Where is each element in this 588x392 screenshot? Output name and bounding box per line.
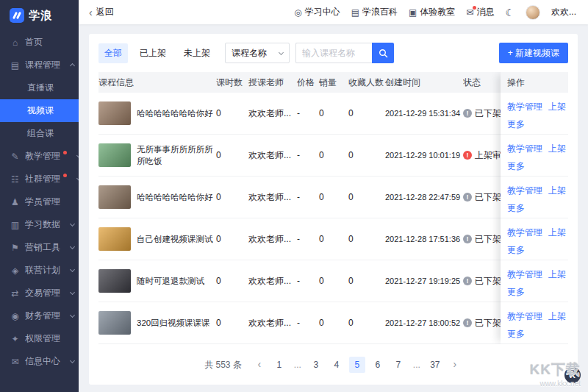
teaching-manage-link[interactable]: 教学管理	[507, 268, 542, 281]
notification-dot	[63, 174, 67, 177]
sidebar-item-label: 财务管理	[25, 310, 60, 322]
status-badge: 已下架	[475, 317, 501, 329]
course-title: 无所事事所所所所所所吃饭	[137, 143, 213, 167]
teaching-icon: ✎	[10, 152, 20, 162]
page-button-7[interactable]: 7	[390, 357, 406, 373]
username[interactable]: 欢欢...	[551, 6, 576, 18]
cell-favorites: 0	[348, 234, 385, 244]
cell-lessons: 0	[216, 234, 248, 244]
topbar-link[interactable]: ▣体验教室	[409, 6, 455, 18]
more-link[interactable]: 更多	[507, 244, 525, 257]
sidebar-item-label: 社群管理	[25, 173, 60, 185]
sidebar-item[interactable]: ✉信息中心	[0, 350, 79, 373]
teaching-manage-link[interactable]: 教学管理	[507, 227, 542, 239]
publish-link[interactable]: 上架	[548, 185, 566, 197]
row-actions: 教学管理上架更多	[501, 177, 568, 218]
teaching-manage-link[interactable]: 教学管理	[507, 101, 542, 113]
table-row: 自己创建视频课测试0欢欢老师...-002021-12-28 17:51:36!…	[98, 218, 568, 260]
page-button-1[interactable]: 1	[271, 357, 287, 373]
sidebar-item[interactable]: ▤课程管理	[0, 54, 79, 76]
wiki-icon: ▤	[351, 8, 359, 17]
sidebar-item[interactable]: ⌂首页	[0, 31, 79, 54]
sidebar-item[interactable]: ♟学员管理	[0, 190, 79, 213]
status-badge: 已下架	[475, 233, 501, 246]
more-link[interactable]: 更多	[507, 328, 525, 341]
row-actions: 教学管理上架更多	[501, 218, 568, 260]
page-button-4[interactable]: 4	[329, 357, 345, 373]
column-header: 收藏人数	[348, 76, 385, 89]
data-icon: ▥	[10, 220, 20, 230]
sidebar-item[interactable]: ⇄交易管理	[0, 282, 79, 304]
column-header: 价格	[297, 76, 319, 89]
sidebar-item-label: 信息中心	[25, 355, 60, 368]
avatar[interactable]	[526, 5, 540, 20]
sidebar-subitem[interactable]: 视频课	[0, 99, 79, 122]
sidebar-item[interactable]: ◈联营计划	[0, 259, 79, 282]
next-page-button[interactable]: ›	[448, 357, 462, 373]
cell-created: 2021-12-27 19:19:25	[385, 277, 463, 285]
app-logo[interactable]: 学浪	[0, 0, 79, 31]
page-button-37[interactable]: 37	[427, 357, 443, 373]
students-icon: ♟	[10, 197, 20, 207]
publish-link[interactable]: 上架	[548, 310, 566, 323]
sidebar-item[interactable]: ✦权限管理	[0, 327, 79, 350]
sidebar-item[interactable]: ☷社群管理	[0, 168, 79, 190]
back-label: 返回	[96, 6, 114, 18]
more-link[interactable]: 更多	[507, 118, 525, 131]
teaching-manage-link[interactable]: 教学管理	[507, 185, 542, 197]
sidebar-item-label: 学员管理	[25, 196, 60, 208]
more-link[interactable]: 更多	[507, 160, 525, 173]
sidebar-item[interactable]: ▥学习数据	[0, 213, 79, 236]
topbar-link[interactable]: ◎学习中心	[294, 6, 340, 18]
sidebar-item[interactable]: ✎教学管理	[0, 145, 79, 168]
filter-type-select[interactable]: 课程名称	[225, 43, 290, 63]
sidebar-subitem[interactable]: 直播课	[0, 76, 79, 99]
search-input[interactable]	[295, 43, 372, 63]
back-button[interactable]: ‹ 返回	[89, 6, 114, 18]
prev-page-button[interactable]: ‹	[252, 357, 267, 373]
topbar-link-label: 学习中心	[305, 6, 340, 18]
home-icon: ⌂	[10, 38, 20, 48]
chevron-down-icon	[76, 153, 79, 158]
filter-tab[interactable]: 全部	[98, 43, 128, 63]
sidebar-item-label: 联营计划	[25, 264, 60, 277]
sidebar-item[interactable]: ◉财务管理	[0, 304, 79, 327]
publish-link[interactable]: 上架	[548, 143, 566, 155]
sidebar-item[interactable]: ⚑营销工具	[0, 236, 79, 259]
cell-sales: 0	[319, 108, 348, 118]
page-button-6[interactable]: 6	[370, 357, 386, 373]
filter-tab[interactable]: 已上架	[134, 43, 172, 63]
publish-link[interactable]: 上架	[548, 227, 566, 239]
pagination: 共 553 条 ‹ 1...34567...37 ›	[98, 357, 568, 373]
more-link[interactable]: 更多	[507, 286, 525, 299]
topbar-link[interactable]: ✉消息	[466, 6, 494, 18]
sidebar-subitem[interactable]: 组合课	[0, 122, 79, 145]
page-ellipsis: ...	[411, 360, 423, 370]
chevron-down-icon	[70, 290, 75, 295]
row-actions: 教学管理上架更多	[501, 93, 568, 135]
row-actions: 教学管理上架更多	[501, 260, 568, 302]
dark-mode-toggle-icon[interactable]: ☾	[505, 7, 514, 18]
publish-link[interactable]: 上架	[548, 268, 566, 281]
teaching-manage-link[interactable]: 教学管理	[507, 143, 542, 155]
course-table: 课程信息课时数授课老师价格销量收藏人数创建时间状态 哈哈哈哈哈哈哈你好0欢欢老师…	[98, 72, 568, 344]
topbar-link[interactable]: ▤学浪百科	[351, 6, 398, 18]
trade-icon: ⇄	[10, 288, 20, 299]
publish-link[interactable]: 上架	[548, 101, 566, 113]
new-video-course-button[interactable]: + 新建视频课	[499, 43, 568, 63]
teaching-manage-link[interactable]: 教学管理	[507, 310, 542, 323]
row-actions: 教学管理上架更多	[501, 302, 568, 344]
course-thumbnail	[98, 185, 131, 209]
column-header: 课程信息	[98, 76, 216, 89]
filter-tab[interactable]: 未上架	[178, 43, 216, 63]
chevron-left-icon: ‹	[89, 7, 93, 18]
cell-sales: 0	[319, 318, 348, 328]
status-icon: !	[463, 151, 472, 160]
page-button-3[interactable]: 3	[308, 357, 324, 373]
status-badge: 已下架	[475, 191, 501, 204]
more-link[interactable]: 更多	[507, 202, 525, 215]
app-root: 学浪 ⌂首页▤课程管理直播课视频课组合课✎教学管理☷社群管理♟学员管理▥学习数据…	[0, 0, 588, 392]
cell-teacher: 欢欢老师...	[248, 149, 297, 162]
page-button-5[interactable]: 5	[349, 357, 365, 373]
search-button[interactable]	[372, 43, 394, 63]
